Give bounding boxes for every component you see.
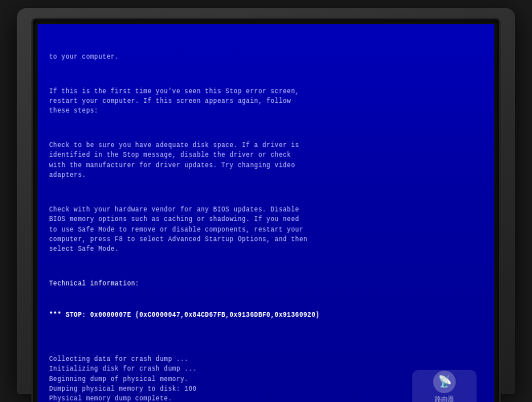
bsod-screen: to your computer. If this is the first t…: [38, 24, 494, 402]
laptop-body: to your computer. If this is the first t…: [17, 8, 515, 394]
watermark-line1: 路由器: [435, 395, 454, 402]
watermark-icon: 📡: [433, 371, 456, 393]
bsod-content: to your computer. If this is the first t…: [49, 32, 483, 402]
first-paragraph: If this is the first time you've seen th…: [49, 87, 483, 117]
screen-bezel: to your computer. If this is the first t…: [31, 18, 501, 402]
stop-code: *** STOP: 0x0000007E (0xC0000047,0x84CD6…: [49, 310, 483, 320]
second-paragraph: Check to be sure you have adequate disk …: [49, 141, 483, 180]
tech-info-label: Technical information:: [49, 279, 483, 289]
watermark-badge: 📡 路由器 luyouqi.com: [412, 370, 477, 402]
third-paragraph: Check with your hardware vendor for any …: [49, 205, 483, 255]
intro-line: to your computer.: [49, 52, 483, 62]
